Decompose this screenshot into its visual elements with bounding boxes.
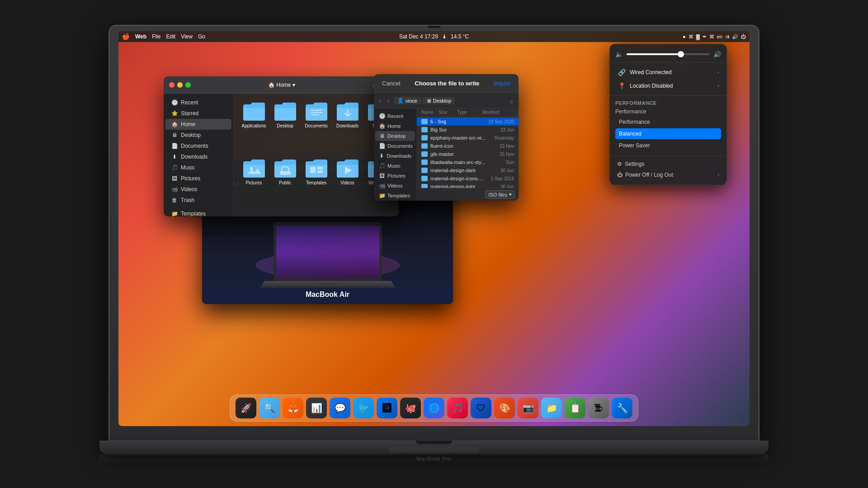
file-date-material-icons: 1 Sep 2016 [491, 176, 514, 181]
finder-item-videos[interactable]: Videos [333, 156, 362, 211]
sidebar-item-desktop[interactable]: 🖥 Desktop [165, 130, 231, 141]
menu-edit[interactable]: Edit [166, 33, 175, 40]
dock-item-launchpad[interactable]: 🚀 [236, 398, 256, 418]
breadcrumb-desktop-name: Desktop [433, 98, 451, 103]
pen-icon[interactable]: ✒ [703, 34, 707, 40]
dock-item-kooha[interactable]: 📷 [518, 398, 538, 418]
sidebar-item-pictures[interactable]: 🖼 Pictures [165, 173, 231, 184]
perf-option-performance[interactable]: Performance [615, 117, 721, 127]
dialog-sidebar-desktop[interactable]: 🖥 Desktop [375, 131, 415, 141]
file-item-material-icons[interactable]: material-design-icons-... 1 Sep 2016 [417, 174, 519, 183]
volume-slider[interactable] [627, 53, 710, 55]
battery-icon[interactable]: ▓ [696, 34, 700, 39]
menu-app-name[interactable]: Web [135, 33, 146, 40]
file-item-epiphany[interactable]: epiphany-master-src-re... Yesterday [417, 134, 519, 142]
finder-item-downloads[interactable]: Downloads [333, 99, 362, 154]
file-name-material-icons: material-design-icons-... [430, 176, 488, 181]
breadcrumb-user[interactable]: 👤 vince [394, 97, 421, 104]
finder-item-pictures[interactable]: Pictures [239, 156, 269, 211]
perf-option-powersaver[interactable]: Power Saver [615, 140, 721, 151]
tray-power-row[interactable]: ⏻ Power Off / Log Out › [612, 169, 725, 180]
dialog-search-icon[interactable]: ⌕ [508, 97, 515, 105]
dock-item-firefox[interactable]: 🦊 [283, 398, 303, 418]
file-item-material-dark[interactable]: material-design-dark 30 Jun [417, 166, 519, 174]
dialog-sidebar-videos[interactable]: 📹 Videos [375, 181, 415, 191]
file-item-libadwaita[interactable]: libadwaita-main-src-sty... Sun [417, 158, 519, 166]
dialog-sidebar-downloads[interactable]: ⬇ Downloads [375, 151, 415, 161]
dock-item-finder2[interactable]: 📁 [541, 398, 562, 418]
sidebar-item-trash[interactable]: 🗑 Trash [165, 195, 231, 206]
file-list-header: Name Size Type Modified [417, 108, 519, 117]
sidebar-item-templates[interactable]: 📁 Templates [165, 208, 231, 216]
volume-icon[interactable]: 🔊 [732, 34, 738, 40]
dialog-sidebar-documents[interactable]: 📄 Documents [375, 141, 415, 151]
menu-file[interactable]: File [152, 33, 160, 40]
sidebar-item-home[interactable]: 🏠 Home [165, 119, 231, 130]
file-item-material-light[interactable]: material-design-light 30 Jun [417, 183, 519, 188]
dock-item-music[interactable]: 🎵 [447, 398, 468, 418]
apple-logo-icon[interactable]: 🍎 [122, 33, 130, 40]
window-maximize-button[interactable] [185, 82, 191, 88]
dock-item-archiver[interactable]: 🗜 [588, 398, 609, 418]
finder-sidebar: 🕐 Recent ⭐ Starred 🏠 Home [164, 94, 234, 216]
dock-item-meld[interactable]: 📋 [565, 398, 585, 418]
sidebar-item-music[interactable]: 🎵 Music [165, 162, 231, 173]
window-close-button[interactable] [169, 82, 175, 88]
dialog-sidebar-home[interactable]: 🏠 Home [375, 121, 415, 131]
file-item-gtk[interactable]: gtk-master 25 Nov [417, 150, 519, 158]
dialog-forward-button[interactable]: › [386, 97, 391, 105]
dock-item-github[interactable]: 🐙 [400, 398, 421, 418]
finder-item-documents[interactable]: Documents [302, 99, 331, 154]
tray-item-wired[interactable]: 🔗 Wired Connected › [612, 66, 725, 79]
sidebar-item-recent[interactable]: 🕐 Recent [165, 97, 231, 108]
sidebar-item-documents[interactable]: 📄 Documents [165, 141, 231, 151]
file-item-bigsur[interactable]: Big Sur 23 Jun [417, 126, 519, 134]
cmd-icon[interactable]: ⌘ [689, 34, 693, 40]
dialog-sidebar-music[interactable]: 🎵 Music [375, 161, 415, 171]
menu-view[interactable]: View [181, 33, 193, 40]
wifi-status-icon[interactable]: ● [683, 34, 686, 39]
dialog-sidebar-pictures[interactable]: 🖼 Pictures [375, 171, 415, 181]
dialog-sidebar-templates[interactable]: 📁 Templates [375, 191, 415, 201]
dock-item-appstore[interactable]: 🅰 [377, 398, 397, 418]
iso-files-dropdown[interactable]: ISO files ▾ [485, 190, 515, 199]
sidebar-item-videos[interactable]: 📹 Videos [165, 184, 231, 195]
airplay-icon[interactable]: ⇉ [725, 34, 729, 40]
perf-option-balanced[interactable]: Balanced [615, 128, 721, 139]
dialog-cancel-button[interactable]: Cancel [379, 79, 403, 88]
breadcrumb-desktop-icon: 🖥 [426, 98, 431, 103]
menu-bar-center: Sat Dec 4 17:29 🌡 14.5 °C [399, 33, 469, 40]
dock-item-xcode[interactable]: 🔧 [612, 398, 632, 418]
file-item-fluent[interactable]: fluent-icon 23 Nov [417, 142, 519, 150]
dialog-back-button[interactable]: ‹ [377, 97, 383, 105]
sidebar-item-downloads[interactable]: ⬇ Downloads [165, 151, 231, 162]
dialog-import-button[interactable]: Import [491, 79, 513, 88]
tray-volume-row: 🔈 🔊 [610, 49, 726, 60]
file-date-material-dark: 30 Jun [500, 168, 514, 173]
finder-item-desktop[interactable]: Desktop [270, 99, 300, 154]
power-icon[interactable]: ⏻ [741, 34, 746, 39]
menu-go[interactable]: Go [198, 33, 205, 40]
dock-item-finder[interactable]: 🔍 [259, 398, 280, 418]
tray-item-location-text: Location Disabled [630, 83, 673, 89]
tray-settings-row[interactable]: ⚙ Settings [612, 159, 725, 169]
dock-item-cawbird[interactable]: 🐦 [353, 398, 374, 418]
breadcrumb-desktop[interactable]: 🖥 Desktop [423, 97, 455, 104]
dock-item-activitymonitor[interactable]: 📊 [306, 398, 327, 418]
dock-item-bitwarden[interactable]: 🛡 [471, 398, 491, 418]
lang-icon[interactable]: en [717, 34, 722, 39]
tray-item-location[interactable]: 📍 Location Disabled › [612, 79, 725, 93]
sidebar-item-starred[interactable]: ⭐ Starred [165, 108, 231, 119]
bluetooth-icon[interactable]: ⌘ [709, 34, 714, 40]
dock-item-browser[interactable]: 🌐 [424, 398, 444, 418]
dock-item-figma[interactable]: 🎨 [494, 398, 515, 418]
breadcrumb-user-name: vince [406, 98, 417, 103]
finder-item-templates[interactable]: Templates [302, 156, 331, 211]
folder-icon-material-dark [421, 168, 428, 173]
dialog-sidebar-recent[interactable]: 🕐 Recent [375, 111, 415, 121]
window-minimize-button[interactable] [177, 82, 183, 88]
finder-item-applications[interactable]: Applications [239, 99, 269, 154]
dock-item-caprine[interactable]: 💬 [330, 398, 350, 418]
file-item-6svg[interactable]: 6 - Svg 23 Sep 2020 [417, 117, 519, 126]
finder-item-public[interactable]: Public [270, 156, 300, 211]
